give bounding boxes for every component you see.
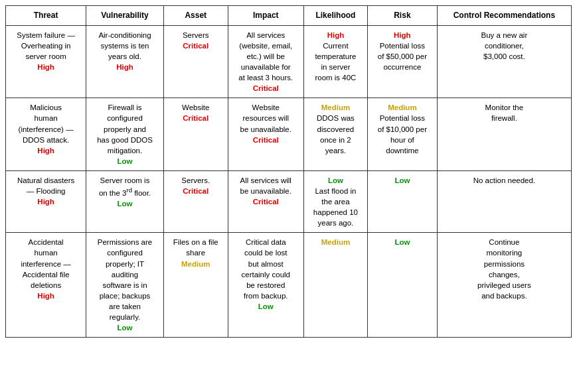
risk-cell: HighPotential lossof $50,000 peroccurren… (368, 25, 438, 98)
col-vulnerability: Vulnerability (86, 6, 164, 26)
asset-cell: WebsiteCritical (163, 98, 228, 171)
vulnerability-cell: Firewall isconfiguredproperly andhas goo… (86, 98, 164, 171)
col-control: Control Recommendations (437, 6, 571, 26)
asset-cell: Servers.Critical (163, 170, 228, 232)
risk-cell: MediumPotential lossof $10,000 perhour o… (368, 98, 438, 171)
control-cell: No action needed. (437, 170, 571, 232)
control-cell: Buy a new airconditioner,$3,000 cost. (437, 25, 571, 98)
col-asset: Asset (163, 6, 228, 26)
col-likelihood: Likelihood (303, 6, 367, 26)
col-risk: Risk (368, 6, 438, 26)
vulnerability-cell: Server room ison the 3rd floor.Low (86, 170, 164, 232)
impact-cell: Websiteresources willbe unavailable.Crit… (228, 98, 303, 171)
table-row: Accidentalhumaninterference —Accidental … (6, 233, 572, 338)
threat-cell: Natural disasters— FloodingHigh (6, 170, 86, 232)
risk-cell: Low (368, 233, 438, 338)
asset-cell: ServersCritical (163, 25, 228, 98)
risk-table: Threat Vulnerability Asset Impact Likeli… (5, 5, 572, 338)
threat-cell: Malicioushuman(interference) —DDOS attac… (6, 98, 86, 171)
table-row: Malicioushuman(interference) —DDOS attac… (6, 98, 572, 171)
impact-cell: Critical datacould be lostbut almostcert… (228, 233, 303, 338)
likelihood-cell: MediumDDOS wasdiscoveredonce in 2years. (303, 98, 367, 171)
col-threat: Threat (6, 6, 86, 26)
table-row: Natural disasters— FloodingHighServer ro… (6, 170, 572, 232)
likelihood-cell: Medium (303, 233, 367, 338)
asset-cell: Files on a fileshareMedium (163, 233, 228, 338)
header-row: Threat Vulnerability Asset Impact Likeli… (6, 6, 572, 26)
vulnerability-cell: Air-conditioningsystems is tenyears old.… (86, 25, 164, 98)
control-cell: Continuemonitoringpermissionschanges,pri… (437, 233, 571, 338)
likelihood-cell: LowLast flood inthe areahappened 10years… (303, 170, 367, 232)
risk-cell: Low (368, 170, 438, 232)
control-cell: Monitor thefirewall. (437, 98, 571, 171)
likelihood-cell: HighCurrenttemperaturein serverroom is 4… (303, 25, 367, 98)
vulnerability-cell: Permissions areconfiguredproperly; ITaud… (86, 233, 164, 338)
table-row: System failure —Overheating inserver roo… (6, 25, 572, 98)
impact-cell: All services willbe unavailable.Critical (228, 170, 303, 232)
threat-cell: System failure —Overheating inserver roo… (6, 25, 86, 98)
col-impact: Impact (228, 6, 303, 26)
threat-cell: Accidentalhumaninterference —Accidental … (6, 233, 86, 338)
impact-cell: All services(website, email,etc.) will b… (228, 25, 303, 98)
